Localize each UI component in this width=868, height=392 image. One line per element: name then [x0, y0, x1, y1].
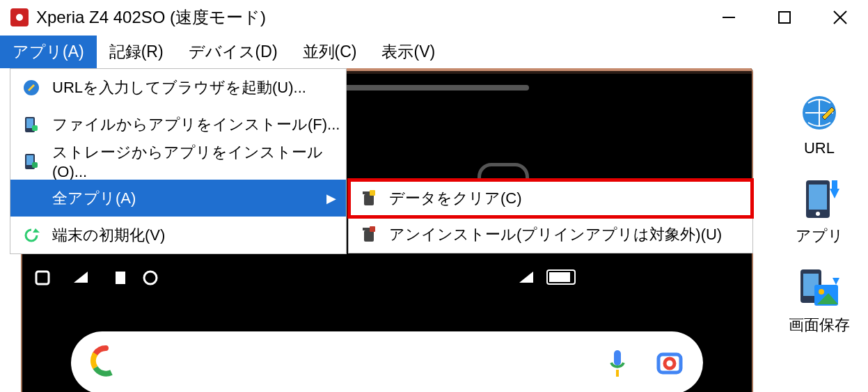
- menu-item-label: ファイルからアプリをインストール(F)...: [52, 114, 340, 135]
- svg-point-17: [665, 359, 674, 368]
- svg-point-10: [144, 272, 157, 284]
- svg-rect-31: [370, 226, 375, 232]
- svg-marker-11: [519, 272, 533, 283]
- chevron-right-icon: ▶: [326, 191, 336, 206]
- toolbar-label: URL: [804, 139, 835, 157]
- svg-rect-28: [370, 190, 375, 196]
- menu-label: デバイス(D): [189, 41, 278, 63]
- menu-label: 記録(R): [109, 41, 164, 63]
- svg-rect-14: [614, 350, 621, 366]
- menu-view[interactable]: 表示(V): [369, 36, 448, 68]
- svg-rect-34: [809, 185, 827, 210]
- phone-save-icon: [797, 266, 842, 311]
- refresh-icon: [22, 226, 41, 245]
- menu-label: 表示(V): [381, 41, 435, 63]
- device-status-bar: [32, 269, 742, 290]
- app-icon: [10, 8, 29, 27]
- menu-item-all-apps[interactable]: 全アプリ(A) ▶: [10, 180, 346, 217]
- pencil-circle-icon: [22, 78, 41, 97]
- toolbar-label: 画面保存: [789, 315, 850, 336]
- mic-icon[interactable]: [608, 347, 626, 378]
- svg-marker-25: [33, 228, 40, 233]
- menu-parallel[interactable]: 並列(C): [290, 36, 370, 68]
- submenu-clear-data[interactable]: データをクリア(C): [349, 180, 752, 217]
- menu-item-label: 端末の初期化(V): [52, 225, 165, 246]
- svg-rect-29: [364, 230, 374, 242]
- svg-point-35: [816, 212, 820, 216]
- phone-install-icon: [22, 115, 41, 134]
- submenu-item-label: データをクリア(C): [389, 188, 522, 209]
- toolbar-label: アプリ: [796, 226, 844, 246]
- menu-app[interactable]: アプリ(A): [0, 36, 97, 68]
- toolbar-screenshot[interactable]: 画面保存: [789, 266, 850, 336]
- submenu-uninstall[interactable]: アンインストール(プリインアプリは対象外)(U): [349, 217, 752, 253]
- menu-item-url-browser[interactable]: URLを入力してブラウザを起動(U)...: [10, 69, 346, 106]
- blank-icon: [22, 189, 41, 208]
- storage-install-icon: [22, 152, 41, 171]
- svg-marker-8: [74, 272, 88, 283]
- app-dropdown-menu: URLを入力してブラウザを起動(U)... ファイルからアプリをインストール(F…: [10, 68, 347, 254]
- globe-pencil-icon: [797, 91, 842, 135]
- menu-item-install-storage[interactable]: ストレージからアプリをインストール(O)...: [10, 143, 346, 180]
- submenu-item-label: アンインストール(プリインアプリは対象外)(U): [389, 224, 722, 245]
- toolbar-url[interactable]: URL: [797, 91, 842, 157]
- menu-label: アプリ(A): [13, 41, 84, 63]
- trash-clear-icon: [360, 189, 378, 207]
- menu-item-factory-reset[interactable]: 端末の初期化(V): [10, 217, 346, 253]
- menu-device[interactable]: デバイス(D): [176, 36, 290, 68]
- minimize-button[interactable]: [701, 0, 757, 35]
- menu-item-label: 全アプリ(A): [52, 188, 136, 209]
- svg-rect-13: [549, 272, 570, 282]
- menu-bar: アプリ(A) 記録(R) デバイス(D) 並列(C) 表示(V): [0, 35, 868, 68]
- svg-rect-21: [32, 125, 38, 131]
- svg-rect-4: [779, 12, 790, 23]
- menu-item-label: ストレージからアプリをインストール(O)...: [52, 142, 346, 181]
- right-toolbar: URL アプリ 画面保存: [771, 68, 868, 392]
- lens-icon[interactable]: [654, 347, 685, 378]
- title-bar: Xperia Z4 402SO (速度モード): [0, 0, 868, 35]
- toolbar-app[interactable]: アプリ: [796, 177, 844, 246]
- svg-rect-7: [36, 272, 49, 284]
- svg-rect-26: [364, 194, 374, 205]
- device-viewport: SONY: [0, 68, 771, 392]
- svg-rect-9: [116, 272, 125, 284]
- phone-download-icon: [797, 177, 842, 221]
- maximize-button[interactable]: [757, 0, 812, 35]
- svg-marker-36: [830, 189, 839, 198]
- menu-label: 並列(C): [303, 41, 357, 63]
- close-button[interactable]: [812, 0, 868, 35]
- svg-rect-37: [832, 180, 837, 190]
- menu-record[interactable]: 記録(R): [97, 36, 176, 68]
- menu-item-install-file[interactable]: ファイルからアプリをインストール(F)...: [10, 106, 346, 143]
- google-search-bar[interactable]: [71, 331, 703, 392]
- google-logo-icon: [89, 339, 123, 387]
- menu-item-label: URLを入力してブラウザを起動(U)...: [52, 77, 306, 98]
- all-apps-submenu: データをクリア(C) アンインストール(プリインアプリは対象外)(U): [348, 180, 753, 253]
- trash-uninstall-icon: [360, 226, 378, 244]
- svg-point-41: [819, 289, 824, 295]
- svg-rect-24: [32, 162, 38, 168]
- window-title: Xperia Z4 402SO (速度モード): [36, 6, 266, 29]
